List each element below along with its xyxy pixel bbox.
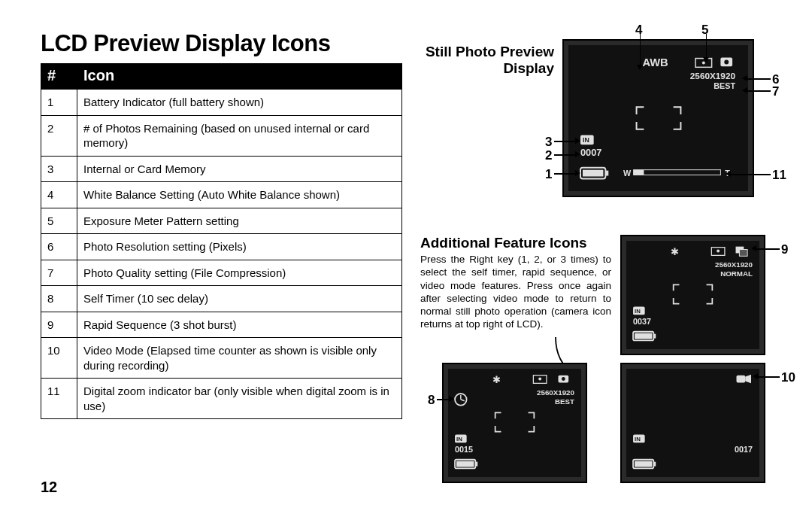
additional-icons-title: Additional Feature Icons <box>420 235 587 251</box>
video-mode-lcd: IN 0017 <box>620 363 765 483</box>
callout-10: 10 <box>781 370 795 385</box>
svg-rect-8 <box>583 170 603 177</box>
table-row: 2# of Photos Remaining (based on unused … <box>41 115 402 156</box>
table-row: 8Self Timer (10 sec delay) <box>41 286 402 312</box>
svg-point-15 <box>717 250 720 253</box>
svg-rect-10 <box>634 170 644 175</box>
svg-rect-44 <box>653 462 656 467</box>
svg-text:IN: IN <box>583 136 589 144</box>
table-row: 6Photo Resolution setting (Pixels) <box>41 234 402 260</box>
svg-text:0037: 0037 <box>633 317 651 326</box>
table-row: 7Photo Quality setting (File Compression… <box>41 260 402 286</box>
table-row: 11Digital zoom indicator bar (only visib… <box>41 379 402 419</box>
callout-11: 11 <box>772 168 786 183</box>
svg-rect-45 <box>635 461 652 467</box>
svg-text:BEST: BEST <box>714 81 735 90</box>
table-row: 4White Balance Setting (Auto White Balan… <box>41 182 402 208</box>
table-row: 9Rapid Sequence (3 shot burst) <box>41 312 402 338</box>
svg-rect-16 <box>739 250 747 257</box>
table-row: 1Battery Indicator (full battery shown) <box>41 90 402 116</box>
svg-point-27 <box>538 378 541 381</box>
svg-text:IN: IN <box>456 436 462 442</box>
svg-text:2560X1920: 2560X1920 <box>690 71 736 81</box>
svg-rect-24 <box>635 333 652 339</box>
svg-text:0017: 0017 <box>735 445 753 454</box>
table-row: 3Internal or Card Memory <box>41 156 402 182</box>
awb-icon: AWB <box>642 56 668 68</box>
col-head-icon: Icon <box>77 64 402 90</box>
svg-text:IN: IN <box>635 436 641 442</box>
svg-text:W: W <box>623 169 632 178</box>
zoom-bar-icon <box>634 170 721 175</box>
callout-7: 7 <box>772 84 779 99</box>
callout-8: 8 <box>428 393 435 408</box>
additional-icons-body: Press the Right key (1, 2, or 3 times) t… <box>420 253 611 331</box>
self-timer-lcd: ✱ 2560X1920 BEST IN 0015 <box>442 363 587 483</box>
preview-display-label: Still Photo Preview Display <box>419 44 554 77</box>
svg-rect-7 <box>605 171 608 176</box>
svg-text:NORMAL: NORMAL <box>720 269 753 278</box>
svg-marker-39 <box>745 375 751 384</box>
svg-text:0015: 0015 <box>455 445 473 454</box>
svg-text:IN: IN <box>635 308 641 315</box>
svg-text:0007: 0007 <box>580 147 601 158</box>
callout-5: 5 <box>701 23 708 38</box>
table-row: 5Exposure Meter Pattern setting <box>41 208 402 234</box>
svg-point-28 <box>562 377 565 381</box>
svg-text:2560X1920: 2560X1920 <box>537 388 574 397</box>
svg-point-2 <box>724 60 729 65</box>
svg-rect-38 <box>456 461 474 467</box>
table-row: 10Video Mode (Elapsed time counter as sh… <box>41 338 402 379</box>
rapid-sequence-lcd: ✱ 2560X1920 NORMAL IN 0037 <box>620 235 765 355</box>
video-icon <box>736 376 745 383</box>
icon-legend-table: # Icon 1Battery Indicator (full battery … <box>41 63 402 419</box>
svg-text:BEST: BEST <box>555 397 574 406</box>
svg-rect-37 <box>475 462 477 467</box>
svg-text:✱: ✱ <box>671 247 679 257</box>
callout-2: 2 <box>545 148 552 163</box>
svg-rect-23 <box>653 334 656 339</box>
page-number: 12 <box>41 479 57 496</box>
callout-9: 9 <box>781 242 788 257</box>
svg-line-32 <box>461 400 465 401</box>
callout-1: 1 <box>545 167 552 182</box>
callout-4: 4 <box>635 23 642 38</box>
col-head-number: # <box>41 64 77 90</box>
callout-3: 3 <box>545 135 552 150</box>
svg-text:✱: ✱ <box>492 375 501 385</box>
svg-text:2560X1920: 2560X1920 <box>715 260 753 269</box>
